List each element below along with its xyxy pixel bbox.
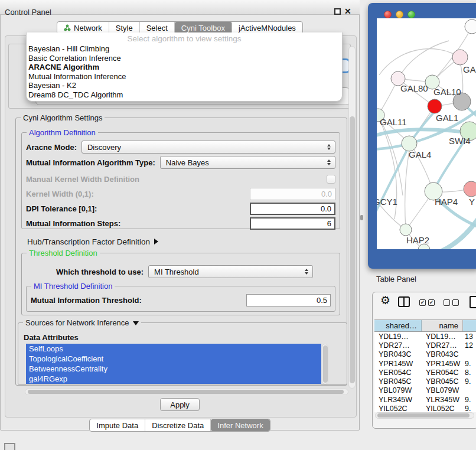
- manual-kernel-checkbox[interactable]: [327, 175, 335, 184]
- node-label: Y: [469, 197, 475, 207]
- table-row[interactable]: YLR345WYLR345W9.: [374, 395, 476, 404]
- panel-divider-handle[interactable]: [360, 215, 363, 220]
- settings-vertical-scrollbar-thumb[interactable]: [350, 116, 355, 383]
- tab-jactivemnodules[interactable]: jActiveMNodules: [232, 22, 302, 34]
- attribute-item-topologicalcoefficient[interactable]: TopologicalCoefficient: [26, 354, 321, 364]
- table-row[interactable]: YBR045CYBR045C9.: [374, 377, 476, 386]
- network-edge-thick[interactable]: [429, 213, 476, 249]
- kernel-width-row: Kernel Width (0,1): 0.0: [26, 187, 335, 200]
- kernel-width-value: 0.0: [321, 190, 332, 198]
- tab-style[interactable]: Style: [109, 22, 140, 34]
- table-horizontal-scrollbar[interactable]: [375, 412, 474, 419]
- algorithm-option-dream8-dc-tdc-algorithm[interactable]: Dream8 DC_TDC Algorithm: [27, 90, 342, 100]
- manual-kernel-label: Manual Kernel Width Definition: [26, 175, 139, 184]
- table-row[interactable]: YBL079WYBL079W: [374, 386, 476, 395]
- close-window-button[interactable]: [384, 11, 392, 18]
- deselect-all-columns-icon[interactable]: [444, 299, 459, 306]
- algorithm-option-bayesian-k2[interactable]: Bayesian - K2: [27, 81, 342, 90]
- column-split-icon[interactable]: [398, 296, 410, 307]
- node-label: SWI4: [449, 136, 471, 146]
- tab-cyni-toolbox[interactable]: Cyni Toolbox: [175, 22, 232, 34]
- dpi-tolerance-field[interactable]: 0.0: [250, 203, 335, 215]
- tab-network[interactable]: Network: [57, 22, 109, 34]
- tab-infer-network[interactable]: Infer Network: [211, 419, 269, 431]
- column-header-shared[interactable]: shared…: [374, 320, 422, 331]
- mi-threshold-row: Mutual Information Threshold: 0.5: [31, 294, 331, 306]
- zoom-window-button[interactable]: [407, 11, 415, 18]
- settings-vertical-scrollbar[interactable]: [348, 46, 356, 389]
- mi-steps-value: 6: [327, 219, 331, 228]
- network-canvas[interactable]: GAL8GAL80GAL10GAL1GAL11SWI4GAL4GCY1HAP4Y…: [377, 18, 476, 249]
- network-edge[interactable]: [379, 49, 460, 75]
- mi-threshold-field[interactable]: 0.5: [246, 294, 331, 306]
- attribute-item-betweennesscentrality[interactable]: BetweennessCentrality: [26, 364, 321, 374]
- kernel-width-field[interactable]: 0.0: [250, 188, 335, 200]
- collapse-arrow-icon: [133, 321, 139, 325]
- algorithm-option-basic-correlation-inference[interactable]: Basic Correlation Inference: [27, 54, 342, 63]
- node-label: GAL1: [436, 113, 458, 123]
- table-row[interactable]: YDL19…YDL19…13: [374, 332, 476, 341]
- data-attributes-list[interactable]: SelfLoopsTopologicalCoefficientBetweenne…: [26, 344, 321, 384]
- export-table-icon[interactable]: [470, 296, 476, 308]
- table-cell: 9.: [463, 405, 476, 412]
- gear-icon[interactable]: ⚙: [380, 295, 390, 306]
- algorithm-option-bayesian-hill-climbing[interactable]: Bayesian - Hill Climbing: [27, 44, 342, 54]
- table-cell: 13: [463, 332, 476, 341]
- table-row[interactable]: YPR145WYPR145W9.: [374, 359, 476, 368]
- sources-title[interactable]: Sources for Network Inference: [23, 318, 141, 327]
- attributes-scrollbar-thumb[interactable]: [323, 345, 328, 383]
- float-window-icon[interactable]: [334, 8, 341, 15]
- attribute-item-selfloops[interactable]: SelfLoops: [26, 344, 321, 354]
- collapsed-panel-icon[interactable]: [4, 443, 15, 450]
- table-scrollbar-thumb[interactable]: [377, 413, 470, 418]
- table-cell: YDR27…: [422, 341, 463, 350]
- tab-impute-data[interactable]: Impute Data: [90, 419, 145, 431]
- network-node[interactable]: [400, 224, 412, 236]
- table-cell: YIL052C: [422, 405, 463, 412]
- network-icon: [64, 24, 71, 31]
- settings-horizontal-scrollbar-thumb[interactable]: [28, 390, 344, 394]
- network-node[interactable]: [428, 99, 442, 113]
- network-node[interactable]: [465, 19, 476, 34]
- close-icon[interactable]: ✕: [344, 6, 351, 16]
- algorithm-option-mutual-information-inference[interactable]: Mutual Information Inference: [27, 72, 342, 81]
- column-header-2[interactable]: [463, 320, 476, 331]
- attribute-item-gal4rgexp[interactable]: gal4RGexp: [26, 374, 321, 384]
- tab-select[interactable]: Select: [140, 22, 175, 34]
- settings-horizontal-scrollbar[interactable]: [25, 389, 348, 395]
- table-row[interactable]: YBR043CYBR043C: [374, 350, 476, 359]
- table-row[interactable]: YDR27…YDR27…12: [374, 341, 476, 350]
- aracne-mode-combo[interactable]: Discovery: [81, 141, 335, 154]
- column-header-name[interactable]: name: [422, 320, 463, 331]
- apply-button[interactable]: Apply: [160, 398, 200, 411]
- table-cell: YBR045C: [374, 377, 422, 386]
- app-root: { "icons": { "close_glyph": "✕", "gear_g…: [0, 0, 476, 450]
- table-row[interactable]: YIL052CYIL052C9.: [374, 404, 476, 412]
- which-threshold-value: MI Threshold: [154, 268, 199, 276]
- stepper-arrows-icon: [305, 269, 308, 275]
- table-cell: YIL052C: [374, 405, 422, 412]
- table-cell: 12: [463, 341, 476, 350]
- table-cell: 8.: [463, 369, 476, 377]
- algorithm-option-aracne-algorithm[interactable]: ARACNE Algorithm: [27, 63, 342, 72]
- attributes-vertical-scrollbar[interactable]: [322, 344, 328, 384]
- minimize-window-button[interactable]: [396, 11, 403, 18]
- mi-type-combo[interactable]: Naive Bayes: [160, 156, 335, 169]
- mi-type-row: Mutual Information Algorithm Type: Naive…: [26, 156, 335, 169]
- network-graph[interactable]: GAL8GAL80GAL10GAL1GAL11SWI4GAL4GCY1HAP4Y…: [377, 18, 476, 249]
- stepper-arrows-icon: [327, 144, 331, 150]
- node-label: GAL8: [463, 64, 476, 74]
- tab-select-label: Select: [146, 24, 168, 32]
- table-cell: YDR27…: [374, 341, 422, 350]
- network-node[interactable]: [452, 50, 468, 65]
- network-node[interactable]: [464, 181, 476, 197]
- mi-steps-field[interactable]: 6: [250, 217, 335, 230]
- control-panel-titlebar[interactable]: [0, 0, 360, 15]
- tab-discretize-data[interactable]: Discretize Data: [145, 419, 211, 431]
- select-all-columns-icon[interactable]: ✓✓: [419, 299, 435, 306]
- hub-definition-section[interactable]: Hub/Transcription Factor Definition: [27, 235, 263, 248]
- table-row[interactable]: YER054CYER054C8.: [374, 368, 476, 377]
- table-cell: YPR145W: [422, 360, 463, 368]
- which-threshold-combo[interactable]: MI Threshold: [148, 265, 313, 278]
- node-label: GAL11: [380, 117, 407, 127]
